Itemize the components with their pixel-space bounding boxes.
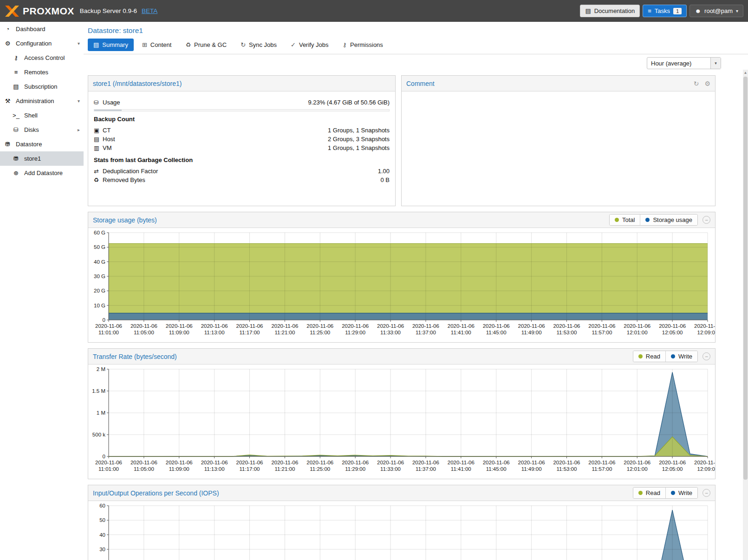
scroll-up-arrow[interactable]: ▲ — [743, 70, 748, 76]
svg-text:0: 0 — [103, 317, 105, 323]
timeframe-value: Hour (average) — [647, 58, 710, 69]
legend-label: Read — [646, 353, 660, 360]
user-label: root@pam — [704, 7, 733, 14]
documentation-button[interactable]: ▤ Documentation — [580, 5, 640, 17]
svg-text:20 G: 20 G — [94, 288, 105, 293]
usage-value: 9.23% (4.67 GiB of 50.56 GiB) — [308, 99, 390, 106]
legend-label: Storage usage — [653, 216, 692, 223]
svg-text:2020-11-0612:05:00: 2020-11-0612:05:00 — [659, 323, 686, 335]
legend-read[interactable]: Read — [633, 351, 665, 362]
storage-icon: ⛁ — [94, 99, 103, 106]
svg-text:2020-11-0611:17:00: 2020-11-0611:17:00 — [236, 460, 263, 472]
sidebar-item-shell[interactable]: >_Shell — [0, 108, 84, 123]
database-icon: ⛃ — [12, 155, 20, 162]
cube-icon: ▣ — [94, 127, 103, 134]
chart-legend: ReadWrite — [633, 351, 698, 362]
legend-total[interactable]: Total — [610, 215, 640, 225]
stat-value: 1 Groups, 1 Snapshots — [328, 144, 390, 151]
collapse-icon[interactable]: − — [702, 216, 710, 224]
expander-caret-icon[interactable]: ▾ — [78, 41, 80, 46]
svg-text:1 M: 1 M — [97, 410, 105, 416]
comment-panel-body[interactable] — [402, 91, 715, 103]
sidebar-item-remotes[interactable]: ≡Remotes — [0, 65, 84, 79]
svg-text:2020-11-0611:29:00: 2020-11-0611:29:00 — [342, 323, 369, 335]
stat-value: 1.00 — [378, 168, 390, 175]
tasks-badge: 1 — [673, 8, 682, 14]
sidebar-item-datastore[interactable]: ⛃Datastore — [0, 137, 84, 151]
svg-text:2020-11-0611:45:00: 2020-11-0611:45:00 — [483, 460, 510, 472]
legend-dot-icon — [638, 491, 643, 495]
legend-dot-icon — [671, 354, 675, 358]
svg-text:2020-11-0611:41:00: 2020-11-0611:41:00 — [448, 460, 475, 472]
grid-icon: ⊞ — [142, 41, 147, 48]
reload-icon[interactable]: ↻ — [694, 80, 699, 87]
sidebar-item-dashboard[interactable]: ◔Dashboard — [0, 22, 84, 36]
plus-circle-icon: ⊕ — [12, 169, 20, 176]
scrollbar-thumb[interactable] — [743, 77, 748, 480]
timeframe-select[interactable]: Hour (average) ▾ — [647, 57, 721, 69]
sidebar-item-label: store1 — [24, 155, 41, 162]
svg-text:2020-11-0611:13:00: 2020-11-0611:13:00 — [201, 460, 228, 472]
tab-summary[interactable]: ▤Summary — [88, 39, 134, 51]
svg-text:2020-11-0611:01:00: 2020-11-0611:01:00 — [95, 460, 122, 472]
tab-verify-jobs[interactable]: ✓Verify Jobs — [285, 39, 334, 51]
svg-text:2020-11-0611:37:00: 2020-11-0611:37:00 — [412, 460, 439, 472]
sidebar-item-administration[interactable]: ⚒Administration▾ — [0, 94, 84, 108]
svg-text:2020-11-0611:25:00: 2020-11-0611:25:00 — [306, 460, 333, 472]
sidebar-item-subscription[interactable]: ▤Subscription — [0, 79, 84, 94]
svg-text:2020-11-0611:45:00: 2020-11-0611:45:00 — [483, 323, 510, 335]
chart-panel-header: Storage usage (bytes)TotalStorage usage− — [88, 212, 715, 228]
sidebar-item-store1[interactable]: ⛃store1 — [0, 151, 84, 166]
svg-text:60: 60 — [99, 503, 105, 508]
expander-caret-icon[interactable]: ▸ — [78, 127, 80, 132]
tab-prune-gc[interactable]: ♻Prune & GC — [180, 39, 232, 51]
svg-text:2020-11-0611:49:00: 2020-11-0611:49:00 — [518, 323, 545, 335]
user-menu-button[interactable]: ☻ root@pam ▾ — [689, 5, 743, 17]
legend-write[interactable]: Write — [665, 488, 697, 498]
database-icon: ⛃ — [4, 141, 12, 148]
svg-text:50 G: 50 G — [94, 244, 105, 250]
svg-text:2020-11-0612:01:00: 2020-11-0612:01:00 — [624, 323, 650, 335]
tab-sync-jobs[interactable]: ↻Sync Jobs — [235, 39, 282, 51]
legend-read[interactable]: Read — [633, 488, 665, 498]
stat-row: ♻Removed Bytes0 B — [94, 176, 390, 184]
proxmox-logo: PROXMOX — [5, 5, 74, 17]
sidebar-item-disks[interactable]: ⛁Disks▸ — [0, 123, 84, 137]
collapse-icon[interactable]: − — [702, 489, 710, 497]
vertical-scrollbar[interactable]: ▲ — [743, 70, 748, 560]
sidebar-item-label: Dashboard — [16, 26, 46, 33]
tab-label: Content — [150, 41, 172, 48]
stat-label: VM — [103, 144, 112, 151]
stat-value: 0 B — [380, 176, 390, 183]
legend-dot-icon — [615, 218, 619, 222]
tab-content[interactable]: ⊞Content — [137, 39, 177, 51]
tasks-icon: ≡ — [648, 7, 651, 14]
svg-text:2020-11-0611:41:00: 2020-11-0611:41:00 — [448, 323, 475, 335]
svg-text:2020-11-0611:29:00: 2020-11-0611:29:00 — [342, 460, 369, 472]
desktop-icon: ▥ — [94, 144, 103, 151]
sidebar-item-add-datastore[interactable]: ⊕Add Datastore — [0, 166, 84, 180]
beta-link[interactable]: BETA — [142, 7, 157, 14]
book-icon: ▤ — [93, 41, 99, 48]
svg-text:40 G: 40 G — [94, 259, 105, 265]
gc-stats-heading: Stats from last Garbage Collection — [94, 156, 390, 163]
svg-text:2020-11-0611:21:00: 2020-11-0611:21:00 — [271, 323, 298, 335]
sidebar-item-access-control[interactable]: ⚷Access Control — [0, 51, 84, 65]
tab-permissions[interactable]: ⚷Permissions — [337, 39, 389, 51]
chart-panel-storage-usage-bytes: Storage usage (bytes)TotalStorage usage−… — [88, 212, 715, 343]
tasks-button[interactable]: ≡ Tasks 1 — [643, 5, 687, 17]
sidebar-item-configuration[interactable]: ⚙Configuration▾ — [0, 36, 84, 51]
gear-icon[interactable]: ⚙ — [704, 80, 710, 87]
tab-label: Sync Jobs — [249, 41, 277, 48]
chart-panel-header: Input/Output Operations per Second (IOPS… — [88, 485, 715, 501]
unlock-icon: ⚷ — [343, 41, 347, 48]
gears-icon: ⚙ — [4, 40, 12, 47]
trash-icon: ♻ — [94, 176, 103, 183]
sidebar-item-label: Remotes — [24, 69, 48, 76]
legend-write[interactable]: Write — [665, 351, 697, 362]
legend-dot-icon — [645, 218, 650, 222]
collapse-icon[interactable]: − — [702, 352, 710, 360]
svg-text:2020-11-0611:17:00: 2020-11-0611:17:00 — [236, 323, 263, 335]
legend-storage-usage[interactable]: Storage usage — [640, 215, 697, 225]
expander-caret-icon[interactable]: ▾ — [78, 98, 80, 104]
